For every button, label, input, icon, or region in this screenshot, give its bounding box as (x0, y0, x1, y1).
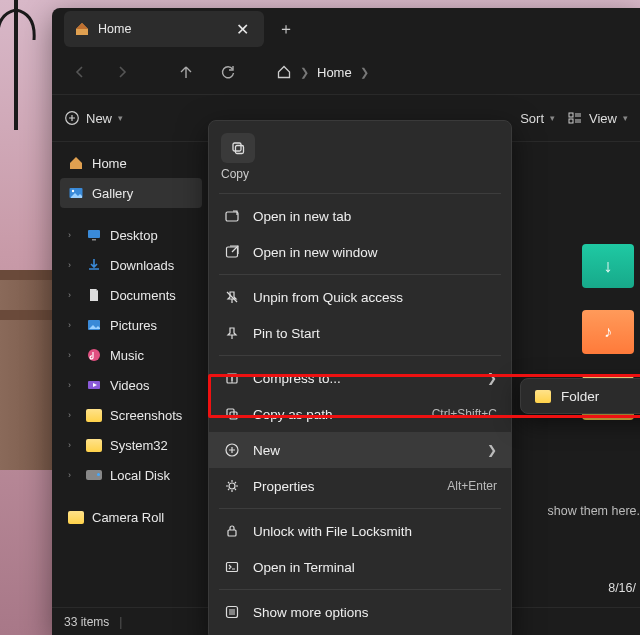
home-outline-icon (276, 64, 292, 80)
status-item-count: 33 items (64, 615, 109, 629)
plus-circle-icon (223, 441, 241, 459)
plus-circle-icon (64, 110, 80, 126)
chevron-down-icon: ▾ (118, 113, 123, 123)
more-options-icon (223, 603, 241, 621)
sidebar-item-pictures[interactable]: ›Pictures (60, 310, 202, 340)
sidebar-item-downloads[interactable]: ›Downloads (60, 250, 202, 280)
svg-point-5 (72, 190, 74, 192)
desktop-wallpaper-railing (0, 270, 52, 470)
sidebar-item-screenshots[interactable]: ›Screenshots (60, 400, 202, 430)
folder-icon (68, 511, 84, 524)
chevron-right-icon: › (68, 470, 78, 480)
chevron-right-icon: ❯ (487, 443, 497, 457)
chevron-right-icon: › (68, 350, 78, 360)
folder-icon (86, 409, 102, 422)
svg-point-19 (229, 483, 235, 489)
svg-rect-11 (233, 143, 241, 151)
navbar: ❯ Home ❯ (52, 50, 640, 94)
ctx-copy-path-shortcut: Ctrl+Shift+C (432, 407, 497, 421)
chevron-right-icon: › (68, 440, 78, 450)
new-tab-icon (223, 207, 241, 225)
sidebar-item-desktop[interactable]: ›Desktop (60, 220, 202, 250)
unpin-icon (223, 288, 241, 306)
tab-title: Home (98, 22, 222, 36)
compress-icon (223, 369, 241, 387)
chevron-down-icon: ▾ (550, 113, 555, 123)
breadcrumb-home[interactable]: Home (317, 65, 352, 80)
sidebar-item-cameraroll[interactable]: Camera Roll (60, 502, 202, 532)
recent-caption: show them here. (548, 504, 640, 518)
desktop-icon (86, 227, 102, 243)
ctx-show-more-options[interactable]: Show more options (209, 594, 511, 630)
ctx-open-new-window[interactable]: Open in new window (209, 234, 511, 270)
folder-icon (86, 439, 102, 452)
sidebar: Home Gallery ›Desktop ›Downloads ›Docume… (52, 142, 202, 607)
chevron-right-icon: › (68, 290, 78, 300)
terminal-icon (223, 558, 241, 576)
pictures-icon (86, 317, 102, 333)
svg-rect-3 (569, 119, 573, 123)
chevron-right-icon: › (68, 260, 78, 270)
svg-rect-13 (226, 212, 238, 221)
quick-access-music-tile[interactable] (582, 310, 634, 354)
ctx-properties[interactable]: PropertiesAlt+Enter (209, 468, 511, 504)
videos-icon (86, 377, 102, 393)
new-window-icon (223, 243, 241, 261)
quick-access-downloads-tile[interactable] (582, 244, 634, 288)
breadcrumb[interactable]: ❯ Home ❯ (270, 64, 375, 80)
sidebar-item-home[interactable]: Home (60, 148, 202, 178)
refresh-button[interactable] (210, 54, 246, 90)
drive-icon (86, 470, 102, 480)
up-button[interactable] (168, 54, 204, 90)
svg-rect-20 (228, 530, 236, 536)
view-icon (567, 110, 583, 126)
copy-button[interactable] (221, 133, 255, 163)
sidebar-item-documents[interactable]: ›Documents (60, 280, 202, 310)
ctx-compress[interactable]: Compress to...❯ (209, 360, 511, 396)
file-explorer-window: Home ✕ ＋ ❯ Home ❯ New ▾ Sort ▾ V (52, 8, 640, 635)
new-menu[interactable]: New ▾ (64, 110, 123, 126)
copy-path-icon (223, 405, 241, 423)
sidebar-item-localdisk[interactable]: ›Local Disk (60, 460, 202, 490)
submenu-item-folder[interactable]: Folder (521, 379, 640, 413)
new-tab-button[interactable]: ＋ (268, 11, 304, 47)
ctx-open-in-terminal[interactable]: Open in Terminal (209, 549, 511, 585)
tab-home[interactable]: Home ✕ (64, 11, 264, 47)
chevron-down-icon: ▾ (623, 113, 628, 123)
context-menu: Copy Open in new tab Open in new window … (208, 120, 512, 635)
sidebar-item-gallery[interactable]: Gallery (60, 178, 202, 208)
folder-icon (535, 390, 551, 403)
music-icon (86, 347, 102, 363)
home-icon (74, 21, 90, 37)
documents-icon (86, 287, 102, 303)
lock-icon (223, 522, 241, 540)
ctx-new[interactable]: New❯ (209, 432, 511, 468)
view-menu[interactable]: View ▾ (567, 110, 628, 126)
gallery-icon (68, 185, 84, 201)
ctx-pin-to-start[interactable]: Pin to Start (209, 315, 511, 351)
back-button[interactable] (62, 54, 98, 90)
pin-icon (223, 324, 241, 342)
chevron-right-icon: ❯ (300, 66, 309, 79)
sidebar-item-videos[interactable]: ›Videos (60, 370, 202, 400)
chevron-right-icon: › (68, 230, 78, 240)
ctx-unpin-quick-access[interactable]: Unpin from Quick access (209, 279, 511, 315)
forward-button[interactable] (104, 54, 140, 90)
ctx-open-new-tab[interactable]: Open in new tab (209, 198, 511, 234)
svg-rect-12 (236, 146, 244, 154)
svg-rect-2 (569, 113, 573, 117)
sidebar-item-music[interactable]: ›Music (60, 340, 202, 370)
ctx-copy-as-path[interactable]: Copy as pathCtrl+Shift+C (209, 396, 511, 432)
recent-item-date: 8/16/ (608, 581, 636, 595)
sort-menu[interactable]: Sort ▾ (520, 111, 555, 126)
context-submenu-new: Folder (520, 378, 640, 414)
chevron-right-icon: › (68, 380, 78, 390)
ctx-file-locksmith[interactable]: Unlock with File Locksmith (209, 513, 511, 549)
chevron-right-icon: › (68, 320, 78, 330)
sidebar-item-system32[interactable]: ›System32 (60, 430, 202, 460)
copy-label: Copy (221, 167, 499, 181)
home-icon (68, 155, 84, 171)
chevron-right-icon: ❯ (360, 66, 369, 79)
svg-rect-7 (92, 239, 96, 241)
tab-close-button[interactable]: ✕ (230, 17, 254, 41)
